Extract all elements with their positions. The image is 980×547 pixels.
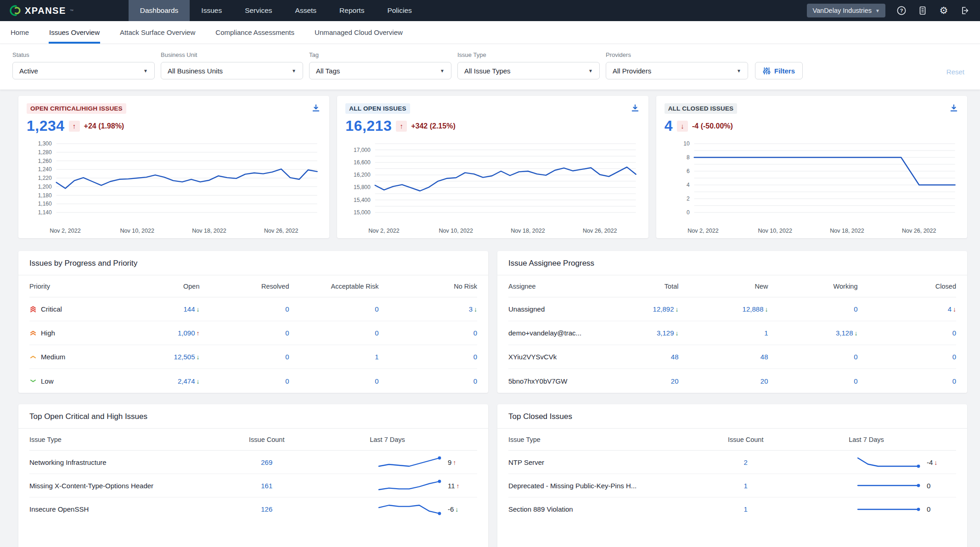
metric-link[interactable]: 3,129 bbox=[657, 329, 674, 337]
metric-link[interactable]: 0 bbox=[473, 377, 477, 385]
metric-link[interactable]: 3 bbox=[469, 305, 473, 313]
metric-link[interactable]: 12,892 bbox=[653, 305, 674, 313]
tab-unmanaged-cloud-overview[interactable]: Unmanaged Cloud Overview bbox=[314, 21, 403, 44]
filter-group-issue-type: Issue TypeAll Issue Types▼ bbox=[457, 51, 600, 79]
account-switcher-button[interactable]: VanDelay Industries ▼ bbox=[807, 4, 885, 17]
svg-text:Nov 2, 2022: Nov 2, 2022 bbox=[369, 228, 400, 234]
metric-link[interactable]: 0 bbox=[285, 353, 289, 361]
column-header-last-7-days: Last 7 Days bbox=[316, 436, 477, 443]
metric-link[interactable]: 0 bbox=[854, 305, 857, 313]
column-header-issue-count: Issue Count bbox=[218, 436, 316, 443]
nav-item-dashboards[interactable]: Dashboards bbox=[129, 0, 190, 21]
nav-item-issues[interactable]: Issues bbox=[190, 0, 233, 21]
filter-group-providers: ProvidersAll Providers▼ bbox=[606, 51, 748, 79]
metric-link[interactable]: 144 bbox=[183, 305, 195, 313]
metric-link[interactable]: 1 bbox=[764, 329, 768, 337]
kpi-card-open-critical-high-issues: OPEN CRITICAL/HIGH ISSUES1,234↑+24 (1.98… bbox=[18, 96, 329, 238]
metric-link[interactable]: 48 bbox=[671, 353, 679, 361]
metric-link[interactable]: 0 bbox=[854, 377, 857, 385]
settings-gear-icon[interactable]: ⚙ bbox=[939, 6, 949, 16]
tab-attack-surface-overview[interactable]: Attack Surface Overview bbox=[119, 21, 196, 44]
issue-count-link[interactable]: 161 bbox=[261, 482, 272, 490]
metric-link[interactable]: 0 bbox=[952, 377, 956, 385]
brand-logo[interactable]: XPANSE™ bbox=[0, 0, 85, 21]
metric-link[interactable]: 20 bbox=[760, 377, 768, 385]
metric-link[interactable]: 0 bbox=[854, 353, 857, 361]
metric-link[interactable]: 4 bbox=[948, 305, 952, 313]
trend-down-arrow-icon: ↓ bbox=[197, 353, 200, 361]
metric-cell: 0 bbox=[858, 353, 957, 361]
metric-link[interactable]: 1 bbox=[375, 353, 378, 361]
metric-link[interactable]: 0 bbox=[952, 353, 956, 361]
issue-count-link[interactable]: 1 bbox=[744, 482, 748, 490]
tab-issues-overview[interactable]: Issues Overview bbox=[49, 21, 100, 44]
filter-dropdown-tag[interactable]: All Tags▼ bbox=[309, 62, 451, 79]
metric-cell: 0 bbox=[858, 377, 957, 385]
table-row-section-889-violation: Section 889 Violation10 bbox=[508, 497, 956, 521]
download-icon[interactable] bbox=[311, 103, 321, 113]
release-notes-icon[interactable] bbox=[918, 6, 928, 16]
issue-count-link[interactable]: 269 bbox=[261, 458, 272, 466]
metric-link[interactable]: 3,128 bbox=[836, 329, 853, 337]
issue-assignee-progress-card: Issue Assignee Progress AssigneeTotalNew… bbox=[497, 251, 967, 393]
metric-link[interactable]: 0 bbox=[375, 305, 378, 313]
metric-link[interactable]: 0 bbox=[473, 329, 477, 337]
column-header-no-risk: No Risk bbox=[379, 283, 478, 290]
sparkline-chart bbox=[377, 479, 441, 492]
nav-item-assets[interactable]: Assets bbox=[284, 0, 328, 21]
metric-link[interactable]: 0 bbox=[285, 305, 289, 313]
row-label: High bbox=[29, 329, 137, 337]
download-icon[interactable] bbox=[630, 103, 640, 113]
svg-text:17,000: 17,000 bbox=[354, 147, 371, 153]
issue-count-link[interactable]: 2 bbox=[744, 458, 748, 466]
issue-count-cell: 126 bbox=[218, 505, 316, 513]
trend-down-arrow-icon: ↓ bbox=[676, 306, 679, 313]
metric-link[interactable]: 0 bbox=[375, 329, 378, 337]
priority-medium-icon bbox=[29, 353, 37, 361]
metric-link[interactable]: 0 bbox=[952, 329, 956, 337]
card-title: Top Open Critical and High Issues bbox=[18, 404, 488, 429]
kpi-delta: -4 (-50.00%) bbox=[692, 122, 733, 130]
row-label: Critical bbox=[29, 305, 137, 313]
download-icon[interactable] bbox=[949, 103, 959, 113]
chevron-down-icon: ▼ bbox=[737, 68, 741, 73]
logout-icon[interactable] bbox=[960, 6, 970, 16]
metric-link[interactable]: 20 bbox=[671, 377, 679, 385]
metric-link[interactable]: 1,090 bbox=[178, 329, 195, 337]
filter-dropdown-issue-type[interactable]: All Issue Types▼ bbox=[457, 62, 600, 79]
reset-button[interactable]: Reset bbox=[946, 68, 967, 79]
kpi-row: OPEN CRITICAL/HIGH ISSUES1,234↑+24 (1.98… bbox=[18, 96, 967, 238]
metric-link[interactable]: 0 bbox=[473, 353, 477, 361]
metric-cell: 1 bbox=[289, 353, 379, 361]
metric-link[interactable]: 48 bbox=[760, 353, 768, 361]
metric-cell: 0 bbox=[289, 329, 379, 337]
filters-button[interactable]: Filters bbox=[755, 62, 803, 79]
svg-text:10: 10 bbox=[683, 140, 690, 147]
svg-text:1,240: 1,240 bbox=[38, 166, 52, 173]
metric-cell: 0 bbox=[200, 329, 289, 337]
metric-link[interactable]: 2,474 bbox=[178, 377, 195, 385]
nav-item-policies[interactable]: Policies bbox=[376, 0, 423, 21]
metric-link[interactable]: 0 bbox=[375, 377, 378, 385]
filter-dropdown-business-unit[interactable]: All Business Units▼ bbox=[161, 62, 303, 79]
issue-count-link[interactable]: 126 bbox=[261, 505, 272, 513]
column-header-issue-count: Issue Count bbox=[697, 436, 795, 443]
sparkline-chart bbox=[856, 479, 920, 492]
filter-dropdown-status[interactable]: Active▼ bbox=[12, 62, 155, 79]
tab-compliance-assessments[interactable]: Compliance Assessments bbox=[215, 21, 295, 44]
help-icon[interactable]: ? bbox=[896, 6, 907, 16]
metric-link[interactable]: 0 bbox=[285, 377, 289, 385]
issues-by-progress-priority-card: Issues by Progress and Priority Priority… bbox=[18, 251, 488, 393]
column-header-issue-type: Issue Type bbox=[29, 436, 218, 443]
metric-link[interactable]: 12,888 bbox=[743, 305, 764, 313]
filter-dropdown-providers[interactable]: All Providers▼ bbox=[606, 62, 748, 79]
metric-link[interactable]: 12,505 bbox=[174, 353, 195, 361]
tab-home[interactable]: Home bbox=[10, 21, 29, 44]
metric-link[interactable]: 0 bbox=[285, 329, 289, 337]
nav-item-reports[interactable]: Reports bbox=[328, 0, 376, 21]
nav-item-services[interactable]: Services bbox=[233, 0, 283, 21]
column-header-acceptable-risk: Acceptable Risk bbox=[289, 283, 379, 290]
sparkline-chart bbox=[377, 455, 441, 469]
svg-text:1,260: 1,260 bbox=[38, 158, 52, 164]
issue-count-link[interactable]: 1 bbox=[744, 505, 748, 513]
